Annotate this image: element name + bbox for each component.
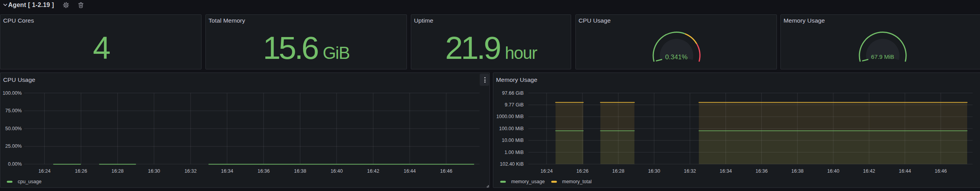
svg-text:16:26: 16:26 <box>75 168 87 174</box>
svg-text:16:32: 16:32 <box>684 168 696 174</box>
svg-text:75.00%: 75.00% <box>5 108 22 113</box>
svg-text:16:44: 16:44 <box>899 168 911 174</box>
svg-text:100.00 MiB: 100.00 MiB <box>499 126 524 131</box>
svg-text:16:46: 16:46 <box>934 168 947 174</box>
svg-text:16:42: 16:42 <box>367 168 379 174</box>
svg-text:1.00 MiB: 1.00 MiB <box>505 150 524 155</box>
svg-text:16:26: 16:26 <box>576 168 588 174</box>
svg-text:1000.00 MiB: 1000.00 MiB <box>496 114 524 119</box>
svg-text:16:44: 16:44 <box>403 168 415 174</box>
svg-text:16:38: 16:38 <box>294 168 306 174</box>
svg-text:16:30: 16:30 <box>648 168 660 174</box>
svg-text:97.66 GiB: 97.66 GiB <box>502 90 524 96</box>
svg-text:16:40: 16:40 <box>827 168 839 174</box>
svg-text:memory_total: memory_total <box>562 179 592 184</box>
svg-text:16:38: 16:38 <box>791 168 803 174</box>
svg-text:102.40 KiB: 102.40 KiB <box>500 161 524 167</box>
svg-text:16:34: 16:34 <box>221 168 233 174</box>
svg-text:16:36: 16:36 <box>258 168 270 174</box>
svg-text:16:24: 16:24 <box>39 168 51 174</box>
svg-text:16:46: 16:46 <box>440 168 452 174</box>
svg-text:memory_usage: memory_usage <box>511 179 545 184</box>
svg-text:10.00 MiB: 10.00 MiB <box>502 138 524 143</box>
svg-text:25.00%: 25.00% <box>5 143 22 149</box>
svg-text:0.00%: 0.00% <box>8 161 22 167</box>
svg-text:9.77 GiB: 9.77 GiB <box>505 102 524 108</box>
svg-text:16:24: 16:24 <box>540 168 552 174</box>
svg-text:16:42: 16:42 <box>863 168 875 174</box>
svg-text:16:28: 16:28 <box>612 168 624 174</box>
svg-text:100.00%: 100.00% <box>3 90 22 96</box>
svg-text:16:34: 16:34 <box>720 168 732 174</box>
svg-text:16:32: 16:32 <box>184 168 196 174</box>
svg-text:cpu_usage: cpu_usage <box>18 179 42 184</box>
svg-text:50.00%: 50.00% <box>5 126 22 131</box>
svg-text:16:40: 16:40 <box>331 168 343 174</box>
svg-text:16:30: 16:30 <box>148 168 160 174</box>
svg-text:16:28: 16:28 <box>111 168 123 174</box>
svg-text:16:36: 16:36 <box>756 168 768 174</box>
